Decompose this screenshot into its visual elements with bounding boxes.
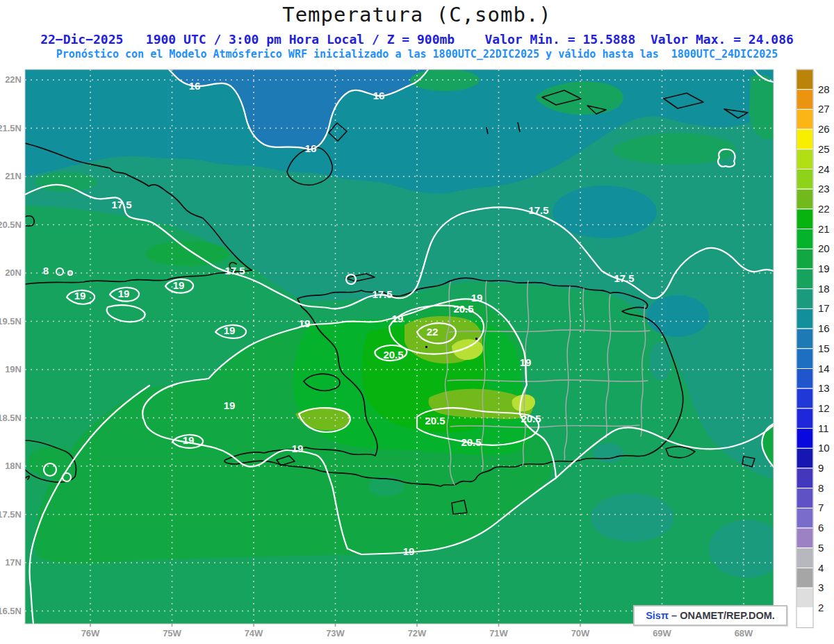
contour-label-19: 19 xyxy=(173,279,185,291)
contour-label-20.5: 20.5 xyxy=(453,303,473,315)
contour-label-20.5: 20.5 xyxy=(425,415,445,427)
colorbar-tick-label: 14 xyxy=(818,363,830,374)
colorbar-tick-label: 3 xyxy=(818,581,824,593)
colorbar-tick-label: 8 xyxy=(818,482,824,494)
colorbar-segment xyxy=(796,388,813,408)
lon-tick-label: 68W xyxy=(735,628,753,638)
lon-tick-label: 73W xyxy=(326,628,345,638)
colorbar-tick-label: 5 xyxy=(818,542,824,554)
watermark-text: – ONAMET/REP.DOM. xyxy=(669,610,775,621)
lat-tick-label: 18.5N xyxy=(0,413,22,423)
watermark-brand: Sisπ xyxy=(646,610,669,621)
colorbar-tick-label: 4 xyxy=(818,562,824,574)
fill-green-spot xyxy=(368,477,404,496)
colorbar-segment xyxy=(796,408,813,429)
contour-label-16: 16 xyxy=(305,142,317,154)
colorbar-segment xyxy=(796,508,813,528)
weather-chart-page: Temperatura (C,somb.) 22−Dic−2025 1900 U… xyxy=(0,0,834,644)
colorbar-segment xyxy=(796,269,813,289)
contour-label-20.5: 20.5 xyxy=(383,349,403,361)
lon-tick-label: 69W xyxy=(653,628,671,638)
contour-label-17.5: 17.5 xyxy=(224,265,245,276)
colorbar-segment xyxy=(796,329,813,349)
contour-label-22: 22 xyxy=(427,326,439,338)
colorbar-segment xyxy=(796,209,813,229)
colorbar-tick-label: 22 xyxy=(818,203,830,215)
contour-label-20.5: 20.5 xyxy=(461,436,481,448)
colorbar-segment xyxy=(796,568,813,588)
contour-label-19: 19 xyxy=(224,399,236,411)
colorbar-tick-label: 2 xyxy=(818,602,824,613)
colorbar-tick-label: 26 xyxy=(818,123,830,135)
colorbar-tick-label: 19 xyxy=(818,263,830,274)
colorbar-tick-label: 27 xyxy=(818,103,830,115)
colorbar-tick-label: 17 xyxy=(818,302,830,314)
lat-tick-label: 21N xyxy=(5,171,22,181)
fill-teal-patch xyxy=(646,295,709,337)
colorbar-segment xyxy=(796,369,813,389)
lat-tick-label: 20N xyxy=(5,267,22,278)
colorbar-segment xyxy=(796,468,813,488)
colorbar-segment xyxy=(796,289,813,309)
lat-tick-label: 19N xyxy=(5,364,22,374)
lon-tick-label: 71W xyxy=(489,628,508,638)
fill-teal-spot xyxy=(649,342,671,381)
fill-teal-patch xyxy=(681,102,758,127)
colorbar-segment xyxy=(796,548,813,568)
colorbar-tick-label: 10 xyxy=(818,442,830,454)
colorbar-segment xyxy=(796,528,813,548)
colorbar-tick-label: 13 xyxy=(818,382,830,394)
fill-teal-spot xyxy=(593,443,623,463)
contour-label-19: 19 xyxy=(392,313,404,324)
lon-tick-label: 74W xyxy=(245,628,263,638)
colorbar-segment xyxy=(796,170,813,190)
colorbar-tick-label: 6 xyxy=(818,522,824,534)
fill-green-patch xyxy=(146,241,229,266)
temperature-map: 16161617.517.517.517.517.581919191919191… xyxy=(0,0,834,644)
colorbar-tick-label: 7 xyxy=(818,502,824,513)
colorbar-segment xyxy=(796,149,813,170)
fill-teal-spot xyxy=(591,493,674,542)
colorbar-tick-label: 12 xyxy=(818,402,830,414)
colorbar-segment xyxy=(796,249,813,269)
contour-label-17.5: 17.5 xyxy=(111,199,131,210)
colorbar-segment xyxy=(796,189,813,209)
colorbar-segment xyxy=(796,109,813,129)
lat-tick-label: 19.5N xyxy=(0,316,22,327)
colorbar-segment xyxy=(796,90,813,110)
lon-tick-label: 76W xyxy=(81,628,100,638)
colorbar-segment xyxy=(796,229,813,249)
colorbar-tick-label: 9 xyxy=(818,462,824,474)
lon-tick-label: 72W xyxy=(408,628,427,638)
contour-label-19: 19 xyxy=(520,356,532,368)
contour-label-19: 19 xyxy=(224,324,236,336)
colorbar-segment xyxy=(796,308,813,329)
colorbar-tick-label: 28 xyxy=(818,83,830,95)
lat-tick-label: 20.5N xyxy=(0,220,22,230)
colorbar-segment xyxy=(796,349,813,369)
contour-label-17.5: 17.5 xyxy=(372,288,392,300)
colorbar-segment xyxy=(796,69,813,90)
colorbar-segment xyxy=(796,129,813,149)
contour-label-19: 19 xyxy=(299,317,311,329)
contour-label-19: 19 xyxy=(471,292,483,304)
contour-label-16: 16 xyxy=(189,80,201,92)
colorbar-segment xyxy=(796,448,813,468)
colorbar-tick-label: 25 xyxy=(818,143,830,155)
lon-tick-label: 70W xyxy=(571,628,590,638)
contour-label-16: 16 xyxy=(373,90,385,101)
watermark-box: Sisπ – ONAMET/REP.DOM. xyxy=(633,605,787,626)
contour-label-17.5: 17.5 xyxy=(528,204,548,216)
colorbar-tick-label: 24 xyxy=(818,163,830,175)
fill-green-patch xyxy=(35,172,97,192)
colorbar-tick-label: 16 xyxy=(818,322,830,334)
contour-label-8: 8 xyxy=(43,265,49,276)
colorbar-segment xyxy=(796,588,813,608)
station-dot xyxy=(475,338,477,340)
lat-tick-label: 22N xyxy=(5,74,22,85)
contour-label-19: 19 xyxy=(292,443,304,454)
colorbar-tick-label: 15 xyxy=(818,342,830,354)
lat-tick-label: 16.5N xyxy=(0,606,22,616)
colorbar-tick-label: 18 xyxy=(818,283,830,295)
colorbar-tick-label: 23 xyxy=(818,183,830,195)
